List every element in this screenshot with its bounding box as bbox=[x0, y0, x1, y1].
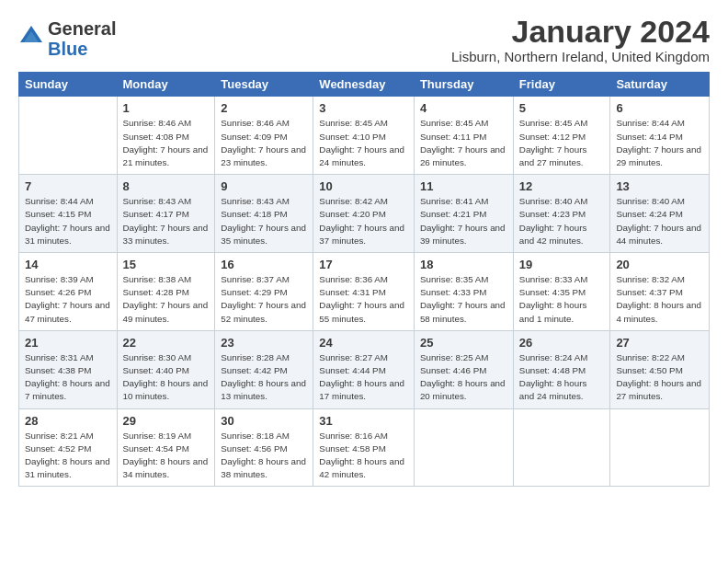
logo: General Blue bbox=[18, 18, 116, 59]
calendar-cell: 20Sunrise: 8:32 AMSunset: 4:37 PMDayligh… bbox=[610, 253, 710, 331]
calendar-cell: 23Sunrise: 8:28 AMSunset: 4:42 PMDayligh… bbox=[215, 330, 313, 408]
day-detail: Sunrise: 8:24 AMSunset: 4:48 PMDaylight:… bbox=[519, 351, 605, 404]
day-detail: Sunrise: 8:44 AMSunset: 4:14 PMDaylight:… bbox=[616, 117, 703, 169]
calendar-cell: 31Sunrise: 8:16 AMSunset: 4:58 PMDayligh… bbox=[313, 408, 415, 487]
day-header-thursday: Thursday bbox=[414, 73, 513, 97]
day-number: 15 bbox=[123, 258, 210, 271]
day-header-monday: Monday bbox=[117, 73, 215, 97]
calendar-cell: 18Sunrise: 8:35 AMSunset: 4:33 PMDayligh… bbox=[414, 253, 513, 331]
day-detail: Sunrise: 8:46 AMSunset: 4:09 PMDaylight:… bbox=[221, 117, 307, 169]
day-number: 17 bbox=[319, 258, 408, 271]
calendar-cell: 10Sunrise: 8:42 AMSunset: 4:20 PMDayligh… bbox=[313, 175, 415, 253]
calendar-cell: 6Sunrise: 8:44 AMSunset: 4:14 PMDaylight… bbox=[610, 97, 710, 175]
day-detail: Sunrise: 8:18 AMSunset: 4:56 PMDaylight:… bbox=[221, 430, 307, 482]
calendar-cell: 7Sunrise: 8:44 AMSunset: 4:15 PMDaylight… bbox=[19, 175, 118, 253]
day-number: 25 bbox=[420, 336, 507, 350]
day-number: 3 bbox=[319, 101, 408, 115]
calendar-cell: 28Sunrise: 8:21 AMSunset: 4:52 PMDayligh… bbox=[19, 408, 118, 487]
day-number: 22 bbox=[123, 336, 210, 350]
calendar-cell: 5Sunrise: 8:45 AMSunset: 4:12 PMDaylight… bbox=[513, 97, 610, 175]
calendar-cell: 16Sunrise: 8:37 AMSunset: 4:29 PMDayligh… bbox=[215, 253, 313, 331]
day-number: 16 bbox=[221, 258, 307, 271]
day-header-sunday: Sunday bbox=[19, 73, 118, 97]
calendar-week-1: 1Sunrise: 8:46 AMSunset: 4:08 PMDaylight… bbox=[19, 97, 710, 175]
day-detail: Sunrise: 8:32 AMSunset: 4:37 PMDaylight:… bbox=[616, 273, 703, 326]
calendar-week-5: 28Sunrise: 8:21 AMSunset: 4:52 PMDayligh… bbox=[19, 408, 710, 487]
day-detail: Sunrise: 8:30 AMSunset: 4:40 PMDaylight:… bbox=[123, 351, 210, 404]
day-header-wednesday: Wednesday bbox=[313, 73, 415, 97]
day-detail: Sunrise: 8:36 AMSunset: 4:31 PMDaylight:… bbox=[319, 273, 408, 326]
calendar-week-4: 21Sunrise: 8:31 AMSunset: 4:38 PMDayligh… bbox=[19, 330, 710, 408]
day-number: 10 bbox=[319, 179, 408, 193]
location-text: Lisburn, Northern Ireland, United Kingdo… bbox=[451, 49, 710, 64]
calendar-cell: 25Sunrise: 8:25 AMSunset: 4:46 PMDayligh… bbox=[414, 330, 513, 408]
title-block: January 2024 Lisburn, Northern Ireland, … bbox=[451, 15, 710, 64]
day-header-tuesday: Tuesday bbox=[215, 73, 313, 97]
day-number: 4 bbox=[420, 101, 507, 115]
calendar-cell: 12Sunrise: 8:40 AMSunset: 4:23 PMDayligh… bbox=[513, 175, 610, 253]
day-detail: Sunrise: 8:46 AMSunset: 4:08 PMDaylight:… bbox=[123, 117, 210, 169]
logo-blue-text: Blue bbox=[48, 39, 87, 59]
day-detail: Sunrise: 8:28 AMSunset: 4:42 PMDaylight:… bbox=[221, 351, 307, 404]
calendar-cell: 14Sunrise: 8:39 AMSunset: 4:26 PMDayligh… bbox=[19, 253, 118, 331]
day-number: 1 bbox=[123, 101, 210, 115]
calendar-header-row: SundayMondayTuesdayWednesdayThursdayFrid… bbox=[19, 73, 710, 97]
day-detail: Sunrise: 8:33 AMSunset: 4:35 PMDaylight:… bbox=[519, 273, 605, 326]
day-number: 27 bbox=[616, 336, 703, 350]
calendar-cell: 22Sunrise: 8:30 AMSunset: 4:40 PMDayligh… bbox=[117, 330, 215, 408]
day-number: 14 bbox=[25, 258, 111, 271]
page-header: General Blue January 2024 Lisburn, North… bbox=[18, 15, 710, 64]
day-detail: Sunrise: 8:42 AMSunset: 4:20 PMDaylight:… bbox=[319, 195, 408, 247]
day-detail: Sunrise: 8:31 AMSunset: 4:38 PMDaylight:… bbox=[25, 351, 111, 404]
day-number: 21 bbox=[25, 336, 111, 350]
calendar-cell bbox=[19, 97, 118, 175]
day-number: 30 bbox=[221, 414, 307, 428]
calendar-cell: 29Sunrise: 8:19 AMSunset: 4:54 PMDayligh… bbox=[117, 408, 215, 487]
day-number: 7 bbox=[25, 179, 111, 193]
calendar-cell: 26Sunrise: 8:24 AMSunset: 4:48 PMDayligh… bbox=[513, 330, 610, 408]
day-detail: Sunrise: 8:40 AMSunset: 4:23 PMDaylight:… bbox=[519, 195, 605, 247]
day-number: 26 bbox=[519, 336, 605, 350]
day-detail: Sunrise: 8:22 AMSunset: 4:50 PMDaylight:… bbox=[616, 351, 703, 404]
day-detail: Sunrise: 8:16 AMSunset: 4:58 PMDaylight:… bbox=[319, 430, 408, 482]
day-detail: Sunrise: 8:25 AMSunset: 4:46 PMDaylight:… bbox=[420, 351, 507, 404]
day-number: 23 bbox=[221, 336, 307, 350]
day-number: 9 bbox=[221, 179, 307, 193]
day-detail: Sunrise: 8:40 AMSunset: 4:24 PMDaylight:… bbox=[616, 195, 703, 247]
calendar-cell: 30Sunrise: 8:18 AMSunset: 4:56 PMDayligh… bbox=[215, 408, 313, 487]
logo-icon bbox=[18, 24, 44, 50]
day-number: 13 bbox=[616, 179, 703, 193]
calendar-cell: 24Sunrise: 8:27 AMSunset: 4:44 PMDayligh… bbox=[313, 330, 415, 408]
calendar-cell: 9Sunrise: 8:43 AMSunset: 4:18 PMDaylight… bbox=[215, 175, 313, 253]
day-detail: Sunrise: 8:37 AMSunset: 4:29 PMDaylight:… bbox=[221, 273, 307, 326]
day-number: 12 bbox=[519, 179, 605, 193]
calendar-cell bbox=[513, 408, 610, 487]
logo-general-text: General bbox=[48, 18, 116, 39]
day-number: 31 bbox=[319, 414, 408, 428]
day-detail: Sunrise: 8:45 AMSunset: 4:11 PMDaylight:… bbox=[420, 117, 507, 169]
day-number: 2 bbox=[221, 101, 307, 115]
day-detail: Sunrise: 8:19 AMSunset: 4:54 PMDaylight:… bbox=[123, 430, 210, 482]
day-number: 5 bbox=[519, 101, 605, 115]
day-detail: Sunrise: 8:35 AMSunset: 4:33 PMDaylight:… bbox=[420, 273, 507, 326]
day-number: 20 bbox=[616, 258, 703, 271]
day-number: 11 bbox=[420, 179, 507, 193]
day-detail: Sunrise: 8:21 AMSunset: 4:52 PMDaylight:… bbox=[25, 430, 111, 482]
calendar-cell: 19Sunrise: 8:33 AMSunset: 4:35 PMDayligh… bbox=[513, 253, 610, 331]
day-detail: Sunrise: 8:27 AMSunset: 4:44 PMDaylight:… bbox=[319, 351, 408, 404]
calendar-cell: 27Sunrise: 8:22 AMSunset: 4:50 PMDayligh… bbox=[610, 330, 710, 408]
day-detail: Sunrise: 8:38 AMSunset: 4:28 PMDaylight:… bbox=[123, 273, 210, 326]
calendar-table: SundayMondayTuesdayWednesdayThursdayFrid… bbox=[18, 72, 710, 487]
day-detail: Sunrise: 8:45 AMSunset: 4:12 PMDaylight:… bbox=[519, 117, 605, 169]
month-title: January 2024 bbox=[451, 15, 710, 49]
calendar-cell: 8Sunrise: 8:43 AMSunset: 4:17 PMDaylight… bbox=[117, 175, 215, 253]
day-detail: Sunrise: 8:39 AMSunset: 4:26 PMDaylight:… bbox=[25, 273, 111, 326]
calendar-cell: 3Sunrise: 8:45 AMSunset: 4:10 PMDaylight… bbox=[313, 97, 415, 175]
calendar-week-2: 7Sunrise: 8:44 AMSunset: 4:15 PMDaylight… bbox=[19, 175, 710, 253]
day-number: 8 bbox=[123, 179, 210, 193]
calendar-cell: 1Sunrise: 8:46 AMSunset: 4:08 PMDaylight… bbox=[117, 97, 215, 175]
day-detail: Sunrise: 8:43 AMSunset: 4:18 PMDaylight:… bbox=[221, 195, 307, 247]
calendar-cell: 21Sunrise: 8:31 AMSunset: 4:38 PMDayligh… bbox=[19, 330, 118, 408]
calendar-cell bbox=[414, 408, 513, 487]
day-number: 28 bbox=[25, 414, 111, 428]
